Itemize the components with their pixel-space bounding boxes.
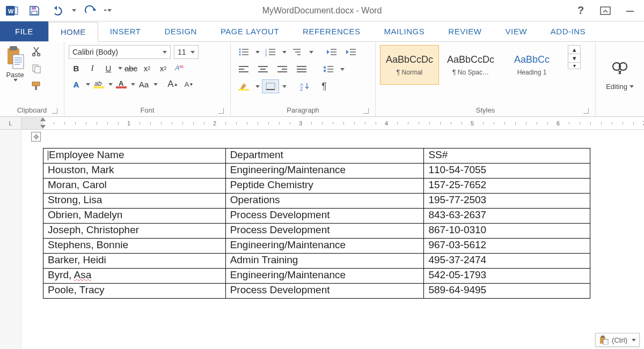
tab-design[interactable]: DESIGN: [152, 21, 209, 41]
table-cell[interactable]: Barker, Heidi: [43, 254, 226, 269]
underline-dropdown-icon[interactable]: [118, 67, 122, 70]
tab-review[interactable]: REVIEW: [436, 21, 493, 41]
tab-addins[interactable]: ADD-INS: [539, 21, 597, 41]
help-button[interactable]: ?: [572, 2, 589, 19]
table-cell[interactable]: 157-25-7652: [424, 179, 590, 194]
tab-page-layout[interactable]: PAGE LAYOUT: [209, 21, 291, 41]
table-cell[interactable]: Admin Training: [225, 254, 424, 269]
table-cell[interactable]: 867-10-0310: [424, 224, 590, 239]
table-row[interactable]: Strong, LisaOperations195-77-2503: [43, 194, 590, 209]
horizontal-ruler[interactable]: 1234567: [21, 117, 644, 129]
highlight-button[interactable]: ab: [91, 77, 106, 91]
multilevel-list-button[interactable]: [289, 45, 306, 59]
redo-button[interactable]: [82, 2, 99, 19]
superscript-button[interactable]: x2: [156, 61, 171, 75]
copy-button[interactable]: [30, 62, 43, 75]
vertical-ruler[interactable]: [0, 130, 21, 349]
line-spacing-button[interactable]: [320, 62, 337, 76]
align-left-button[interactable]: [235, 62, 252, 76]
align-center-button[interactable]: [254, 62, 272, 76]
shrink-font-button[interactable]: A▼: [181, 77, 196, 91]
italic-button[interactable]: I: [85, 61, 100, 75]
paste-button[interactable]: Paste: [4, 45, 26, 81]
tab-mailings[interactable]: MAILINGS: [372, 21, 437, 41]
numbering-button[interactable]: 123: [262, 45, 279, 59]
clear-formatting-button[interactable]: A: [172, 61, 187, 75]
ribbon-display-options-button[interactable]: [597, 2, 614, 19]
table-header-cell[interactable]: Department: [225, 148, 424, 164]
minimize-button[interactable]: –: [621, 2, 639, 19]
clipboard-dialog-launcher[interactable]: [52, 108, 57, 114]
shading-dropdown-icon[interactable]: [255, 85, 260, 88]
font-color-dropdown-icon[interactable]: [131, 83, 135, 86]
line-spacing-dropdown-icon[interactable]: [340, 68, 345, 71]
table-row[interactable]: Moran, CarolPeptide Chemistry157-25-7652: [43, 179, 590, 194]
subscript-button[interactable]: x2: [140, 61, 155, 75]
editing-menu-button[interactable]: Editing: [606, 83, 634, 91]
first-line-indent-marker[interactable]: [40, 117, 46, 121]
table-cell[interactable]: Process Development: [225, 209, 424, 224]
font-name-select[interactable]: Calibri (Body): [69, 45, 171, 59]
justify-button[interactable]: [293, 62, 310, 76]
style-item-0[interactable]: AaBbCcDc¶ Normal: [380, 45, 439, 85]
table-move-handle[interactable]: ✥: [31, 132, 41, 142]
table-row[interactable]: Joseph, ChristopherProcess Development86…: [43, 224, 590, 239]
document-table[interactable]: Employee NameDepartmentSS#Houston, MarkE…: [43, 148, 590, 299]
bullets-button[interactable]: [235, 45, 252, 59]
document-page[interactable]: ✥ Employee NameDepartmentSS#Houston, Mar…: [21, 130, 644, 349]
show-hide-button[interactable]: ¶: [316, 79, 333, 93]
increase-indent-button[interactable]: [342, 45, 360, 59]
text-effects-button[interactable]: A: [69, 77, 84, 91]
tab-references[interactable]: REFERENCES: [291, 21, 372, 41]
table-cell[interactable]: 110-54-7055: [424, 164, 590, 179]
style-item-2[interactable]: AaBbCcHeading 1: [502, 45, 561, 85]
table-cell[interactable]: 843-63-2637: [424, 209, 590, 224]
word-app-icon[interactable]: W: [3, 2, 20, 19]
table-cell[interactable]: Engineering/Maintenance: [225, 164, 424, 179]
table-cell[interactable]: Obrien, Madelyn: [43, 209, 226, 224]
highlight-dropdown-icon[interactable]: [108, 83, 113, 86]
font-size-select[interactable]: 11: [174, 45, 199, 59]
numbering-dropdown-icon[interactable]: [282, 51, 287, 54]
font-color-button[interactable]: A: [114, 77, 129, 91]
table-header-cell[interactable]: Employee Name: [43, 148, 226, 164]
table-header-cell[interactable]: SS#: [424, 148, 590, 164]
underline-button[interactable]: U: [101, 61, 116, 75]
styles-dialog-launcher[interactable]: [583, 108, 589, 114]
table-row[interactable]: Stephens, BonnieEngineering/Maintenance9…: [43, 239, 590, 254]
paste-options-button[interactable]: (Ctrl): [595, 333, 640, 347]
table-cell[interactable]: Engineering/Maintenance: [225, 269, 424, 284]
table-row[interactable]: Houston, MarkEngineering/Maintenance110-…: [43, 164, 590, 179]
strikethrough-button[interactable]: abc: [123, 61, 138, 75]
multilevel-dropdown-icon[interactable]: [309, 51, 313, 54]
tab-home[interactable]: HOME: [48, 22, 98, 42]
cut-button[interactable]: [30, 45, 43, 58]
change-case-button[interactable]: Aa: [136, 77, 151, 91]
undo-button[interactable]: [48, 2, 65, 19]
table-cell[interactable]: Process Development: [225, 224, 424, 239]
borders-button[interactable]: [262, 79, 279, 93]
table-row[interactable]: Obrien, MadelynProcess Development843-63…: [43, 209, 590, 224]
table-cell[interactable]: Stephens, Bonnie: [43, 239, 226, 254]
hanging-indent-marker[interactable]: [40, 125, 46, 129]
table-row[interactable]: Barker, HeidiAdmin Training495-37-2474: [43, 254, 590, 269]
table-cell[interactable]: 195-77-2503: [424, 194, 590, 209]
table-cell[interactable]: Houston, Mark: [43, 164, 226, 179]
shading-button[interactable]: [235, 79, 252, 93]
save-button[interactable]: [26, 2, 43, 19]
style-item-1[interactable]: AaBbCcDc¶ No Spac…: [441, 45, 500, 85]
paragraph-dialog-launcher[interactable]: [363, 108, 369, 114]
table-header-row[interactable]: Employee NameDepartmentSS#: [43, 148, 590, 164]
customize-qat-button[interactable]: [104, 2, 112, 19]
table-cell[interactable]: Strong, Lisa: [43, 194, 226, 209]
text-effects-dropdown-icon[interactable]: [86, 83, 90, 86]
grow-font-button[interactable]: A▲: [165, 77, 180, 91]
table-cell[interactable]: Peptide Chemistry: [225, 179, 424, 194]
tab-selector[interactable]: L: [0, 117, 21, 129]
tab-view[interactable]: VIEW: [493, 21, 538, 41]
style-scroll-up-button[interactable]: ▴: [568, 46, 580, 54]
font-dialog-launcher[interactable]: [218, 108, 224, 114]
table-cell[interactable]: 967-03-5612: [424, 239, 590, 254]
table-cell[interactable]: Byrd, Asa: [43, 269, 226, 284]
table-cell[interactable]: Engineering/Maintenance: [225, 239, 424, 254]
